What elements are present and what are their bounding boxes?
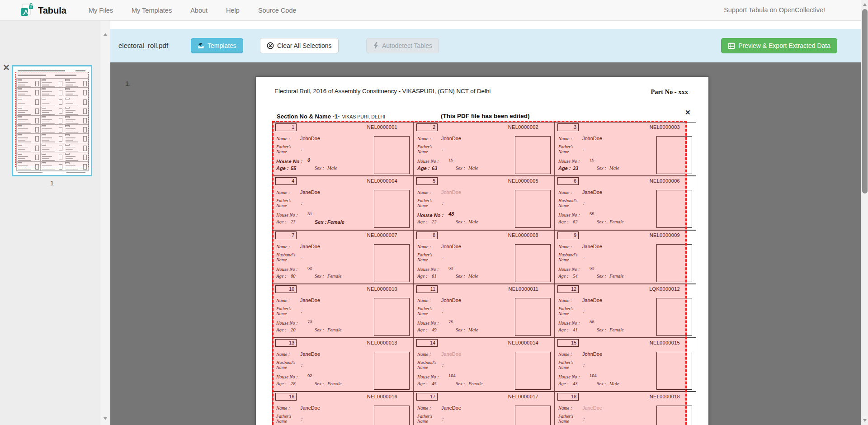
document-part-no: Part No - xxx xyxy=(651,88,688,96)
tabula-pdf-lock-icon xyxy=(20,3,34,18)
preview-export-button[interactable]: Preview & Export Extracted Data xyxy=(721,38,837,53)
selection-close-icon[interactable]: ✕ xyxy=(685,109,691,117)
autodetect-tables-label: Autodetect Tables xyxy=(382,42,432,49)
section-label: Section No & Name -1- xyxy=(277,113,340,120)
lightning-icon xyxy=(373,42,379,49)
remove-circle-icon xyxy=(267,42,274,49)
brand-title: Tabula xyxy=(38,3,66,18)
thumbnail-card-line xyxy=(66,168,73,169)
brand-link[interactable]: Tabula xyxy=(20,3,66,18)
templates-button[interactable]: Templates xyxy=(191,38,243,53)
thumbnail-text-line xyxy=(18,172,42,173)
nav-item-about[interactable]: About xyxy=(190,7,208,14)
document-title: Electoral Roll, 2016 of Assembly Constit… xyxy=(274,88,491,94)
window-scroll-down-icon[interactable] xyxy=(861,417,868,424)
window-scrollbar[interactable] xyxy=(861,0,868,425)
thumbnail-card-line xyxy=(66,170,78,170)
edited-note: (This PDF file has been edited) xyxy=(441,113,530,119)
nav-item-my-templates[interactable]: My Templates xyxy=(132,7,172,14)
thumbnail-card-line xyxy=(42,170,55,170)
preview-export-label: Preview & Export Extracted Data xyxy=(738,42,830,49)
save-icon xyxy=(198,42,204,49)
autodetect-tables-button[interactable]: Autodetect Tables xyxy=(366,38,439,53)
toolbar: electoral_roll.pdf Templates xyxy=(110,29,861,62)
thumbnail-selection-region xyxy=(15,72,89,167)
pdf-viewer-area: 1. Electoral Roll, 2016 of Assembly Cons… xyxy=(110,62,861,425)
table-list-icon xyxy=(728,42,735,49)
clear-all-selections-button[interactable]: Clear All Selections xyxy=(260,38,339,53)
page-marker: 1. xyxy=(125,80,131,87)
tabula-app: Tabula My FilesMy TemplatesAboutHelpSour… xyxy=(0,0,868,425)
thumbnail-text-line xyxy=(18,70,65,71)
sidebar-scroll-down-icon[interactable] xyxy=(100,415,110,422)
nav-links: My FilesMy TemplatesAboutHelpSource Code xyxy=(89,0,297,20)
support-link[interactable]: Support Tabula on OpenCollective! xyxy=(724,0,825,20)
main-area: electoral_roll.pdf Templates xyxy=(110,21,861,425)
selection-region[interactable] xyxy=(272,121,687,425)
window-scrollbar-thumb[interactable] xyxy=(862,9,868,194)
nav-item-source-code[interactable]: Source Code xyxy=(258,7,297,14)
section-value: VIKAS PURI, DELHI xyxy=(342,114,385,119)
nav-item-my-files[interactable]: My Files xyxy=(89,7,113,14)
window-scroll-up-icon[interactable] xyxy=(861,1,868,8)
thumbnail-card-line xyxy=(42,168,49,169)
sidebar-scroll-up-icon[interactable] xyxy=(100,31,110,38)
clear-all-selections-label: Clear All Selections xyxy=(277,42,332,49)
document-section-row: Section No & Name -1- VIKAS PURI, DELHI xyxy=(277,113,385,120)
thumbnail-page-number: 1 xyxy=(12,179,92,187)
nav-item-help[interactable]: Help xyxy=(226,7,240,14)
page-thumbnail-sidebar: ✕ 1 xyxy=(0,21,100,425)
thumbnail-text-line xyxy=(75,70,85,71)
thumbnail-card-line xyxy=(18,170,31,170)
loaded-filename: electoral_roll.pdf xyxy=(118,29,168,62)
templates-button-label: Templates xyxy=(208,42,236,49)
thumbnail-card-line xyxy=(18,168,25,169)
thumbnail-text-line xyxy=(66,172,85,173)
top-navbar: Tabula My FilesMy TemplatesAboutHelpSour… xyxy=(0,0,868,21)
thumbnail-close-icon[interactable]: ✕ xyxy=(3,63,10,72)
sidebar-scrollbar[interactable] xyxy=(100,21,110,425)
page-thumbnail[interactable] xyxy=(12,65,92,176)
pdf-page[interactable]: Electoral Roll, 2016 of Assembly Constit… xyxy=(256,77,708,425)
